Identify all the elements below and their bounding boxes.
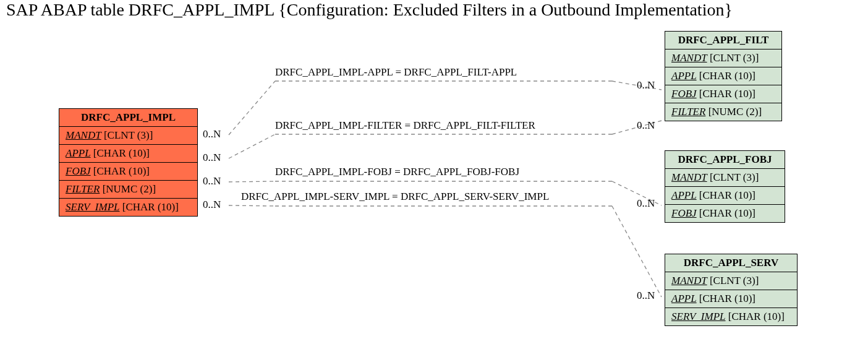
entity-field: APPL [CHAR (10)] bbox=[59, 145, 197, 163]
entity-drfc-appl-serv: DRFC_APPL_SERV MANDT [CLNT (3)] APPL [CH… bbox=[665, 254, 798, 326]
cardinality-label: 0..N bbox=[203, 152, 221, 164]
entity-field: MANDT [CLNT (3)] bbox=[665, 272, 797, 290]
entity-field: SERV_IMPL [CHAR (10)] bbox=[665, 308, 797, 325]
svg-line-0 bbox=[229, 81, 275, 135]
svg-line-11 bbox=[612, 206, 662, 297]
page-title: SAP ABAP table DRFC_APPL_IMPL {Configura… bbox=[6, 0, 733, 20]
relationship-label: DRFC_APPL_IMPL-FOBJ = DRFC_APPL_FOBJ-FOB… bbox=[275, 166, 519, 178]
entity-header: DRFC_APPL_SERV bbox=[665, 254, 797, 272]
relationship-label: DRFC_APPL_IMPL-FILTER = DRFC_APPL_FILT-F… bbox=[275, 119, 535, 132]
cardinality-label: 0..N bbox=[203, 128, 221, 140]
relationship-label: DRFC_APPL_IMPL-APPL = DRFC_APPL_FILT-APP… bbox=[275, 66, 517, 79]
cardinality-label: 0..N bbox=[637, 290, 655, 302]
cardinality-label: 0..N bbox=[637, 197, 655, 210]
entity-field: APPL [CHAR (10)] bbox=[665, 67, 781, 85]
entity-field: APPL [CHAR (10)] bbox=[665, 290, 797, 308]
svg-line-6 bbox=[229, 181, 275, 182]
entity-field: FOBJ [CHAR (10)] bbox=[59, 163, 197, 181]
relationship-label: DRFC_APPL_IMPL-SERV_IMPL = DRFC_APPL_SER… bbox=[241, 191, 549, 203]
entity-header: DRFC_APPL_FOBJ bbox=[665, 151, 785, 169]
entity-header: DRFC_APPL_IMPL bbox=[59, 109, 197, 127]
cardinality-label: 0..N bbox=[637, 79, 655, 92]
entity-drfc-appl-impl: DRFC_APPL_IMPL MANDT [CLNT (3)] APPL [CH… bbox=[59, 108, 198, 217]
cardinality-label: 0..N bbox=[203, 175, 221, 187]
svg-line-9 bbox=[229, 205, 275, 206]
cardinality-label: 0..N bbox=[203, 199, 221, 211]
entity-field: MANDT [CLNT (3)] bbox=[59, 127, 197, 145]
entity-field: MANDT [CLNT (3)] bbox=[665, 169, 785, 187]
entity-drfc-appl-fobj: DRFC_APPL_FOBJ MANDT [CLNT (3)] APPL [CH… bbox=[665, 150, 785, 223]
entity-field: FOBJ [CHAR (10)] bbox=[665, 85, 781, 103]
entity-field: SERV_IMPL [CHAR (10)] bbox=[59, 199, 197, 216]
entity-drfc-appl-filt: DRFC_APPL_FILT MANDT [CLNT (3)] APPL [CH… bbox=[665, 31, 782, 121]
cardinality-label: 0..N bbox=[637, 119, 655, 132]
entity-header: DRFC_APPL_FILT bbox=[665, 32, 781, 49]
entity-field: FOBJ [CHAR (10)] bbox=[665, 205, 785, 222]
svg-line-3 bbox=[229, 134, 275, 158]
entity-field: FILTER [NUMC (2)] bbox=[59, 181, 197, 199]
entity-field: APPL [CHAR (10)] bbox=[665, 187, 785, 205]
entity-field: MANDT [CLNT (3)] bbox=[665, 49, 781, 67]
entity-field: FILTER [NUMC (2)] bbox=[665, 103, 781, 121]
